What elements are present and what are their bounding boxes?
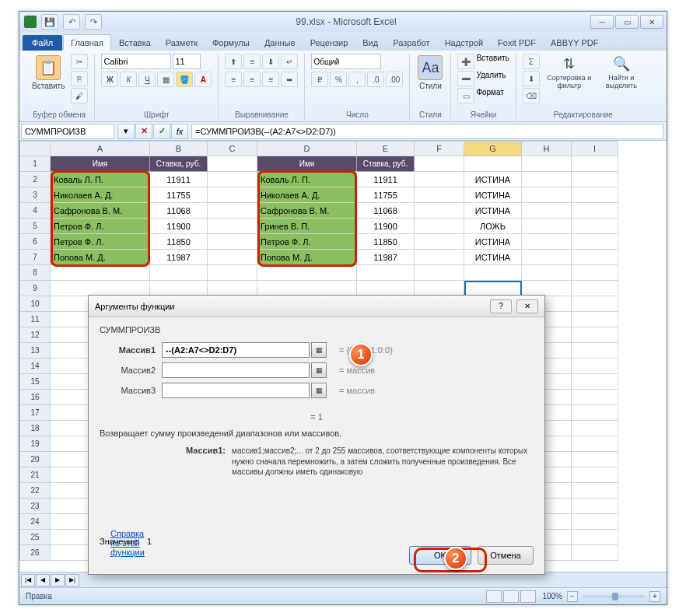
namebox-dropdown[interactable]: ▾	[117, 124, 135, 139]
formula-bar: ▾ ✕ ✓ fx	[19, 122, 667, 141]
dialog-cancel-button[interactable]: Отмена	[478, 546, 534, 565]
fontcolor-button[interactable]: A	[194, 72, 212, 87]
dialog-help-link[interactable]: Справка по этой функции	[110, 529, 145, 557]
dec-inc-button[interactable]: .0	[367, 72, 384, 87]
col-I[interactable]: I	[572, 141, 618, 156]
fill-button[interactable]: ⬇	[523, 71, 540, 86]
comma-button[interactable]: ,	[348, 72, 366, 87]
cut-button[interactable]: ✂	[71, 54, 88, 69]
col-A[interactable]: A	[51, 141, 150, 156]
dialog-argname: Массив1:	[100, 446, 232, 478]
dialog-titlebar[interactable]: Аргументы функции ? ✕	[89, 296, 544, 317]
fillcolor-button[interactable]: 🪣	[176, 72, 193, 87]
align-bot-button[interactable]: ⬇	[262, 54, 279, 69]
col-F[interactable]: F	[415, 141, 464, 156]
qat-save-button[interactable]: 💾	[41, 14, 58, 30]
arg3-range-button[interactable]: ▦	[311, 383, 327, 398]
zoom-slider[interactable]	[583, 595, 645, 598]
number-format-select[interactable]	[311, 54, 381, 69]
dialog-help-button[interactable]: ?	[490, 299, 512, 313]
clear-button[interactable]: ⌫	[523, 88, 540, 103]
col-C[interactable]: C	[208, 141, 257, 156]
percent-button[interactable]: %	[330, 72, 347, 87]
italic-button[interactable]: К	[120, 72, 137, 87]
col-B[interactable]: B	[150, 141, 208, 156]
find-label: Найти и выделить	[600, 74, 642, 89]
view-layout-button[interactable]	[503, 590, 519, 603]
fx-button[interactable]: fx	[171, 124, 188, 139]
tab-foxit[interactable]: Foxit PDF	[491, 35, 543, 51]
styles-button[interactable]: Aa Стили	[416, 54, 444, 92]
tab-data[interactable]: Данные	[257, 35, 303, 51]
arg1-range-button[interactable]: ▦	[311, 342, 327, 358]
select-all-corner[interactable]	[19, 141, 51, 156]
arg3-input[interactable]	[162, 383, 310, 398]
sheet-nav-next[interactable]: ▶	[51, 574, 65, 586]
tab-developer[interactable]: Разработ	[386, 35, 436, 51]
copy-button[interactable]: ⎘	[71, 71, 88, 86]
align-left-button[interactable]: ≡	[225, 72, 242, 87]
callout-2: 2	[444, 547, 467, 570]
close-button[interactable]: ✕	[640, 15, 663, 29]
name-box[interactable]	[21, 124, 114, 139]
zoom-in-button[interactable]: +	[649, 591, 660, 602]
font-select[interactable]	[101, 54, 171, 69]
align-mid-button[interactable]: ≡	[243, 54, 261, 69]
maximize-button[interactable]: ▭	[615, 15, 639, 29]
delete-cells-button[interactable]: ➖	[457, 71, 474, 86]
tab-addins[interactable]: Надстрой	[438, 35, 490, 51]
paste-button[interactable]: 📋 Вставить	[30, 54, 66, 92]
group-align: Выравнивание	[225, 110, 298, 121]
paste-label: Вставить	[32, 82, 65, 90]
tab-insert[interactable]: Вставка	[112, 35, 158, 51]
dec-dec-button[interactable]: .00	[386, 72, 403, 87]
minimize-button[interactable]: ─	[590, 15, 614, 29]
enter-formula-button[interactable]: ✓	[153, 124, 170, 139]
format-painter-button[interactable]: 🖌	[71, 88, 88, 103]
tab-abbyy[interactable]: ABBYY PDF	[544, 35, 606, 51]
merge-button[interactable]: ⬌	[281, 72, 298, 87]
col-D[interactable]: D	[257, 141, 357, 156]
arg2-range-button[interactable]: ▦	[311, 362, 327, 378]
tab-file[interactable]: Файл	[23, 35, 62, 51]
zoom-out-button[interactable]: −	[567, 591, 578, 602]
cancel-formula-button[interactable]: ✕	[135, 124, 152, 139]
group-cells: Ячейки	[457, 110, 509, 121]
col-E[interactable]: E	[357, 141, 415, 156]
underline-button[interactable]: Ч	[138, 72, 156, 87]
arg2-label: Массив2	[100, 366, 162, 375]
find-select-button[interactable]: 🔍 Найти и выделить	[599, 54, 644, 91]
col-H[interactable]: H	[522, 141, 572, 156]
align-center-button[interactable]: ≡	[243, 72, 261, 87]
arg1-input[interactable]	[162, 342, 310, 358]
arg2-input[interactable]	[162, 362, 310, 378]
dialog-close-button[interactable]: ✕	[516, 299, 538, 313]
tab-home[interactable]: Главная	[63, 34, 111, 51]
qat-undo-button[interactable]: ↶	[63, 14, 80, 30]
align-right-button[interactable]: ≡	[262, 72, 279, 87]
dialog-fn-name: СУММПРОИЗВ	[100, 325, 534, 334]
sheet-nav-first[interactable]: |◀	[21, 574, 35, 586]
tab-formulas[interactable]: Формулы	[205, 35, 257, 51]
sort-filter-button[interactable]: ⇅ Сортировка и фильтр	[544, 54, 594, 91]
qat-redo-button[interactable]: ↷	[85, 14, 102, 30]
view-normal-button[interactable]	[486, 590, 502, 603]
size-select[interactable]	[173, 54, 201, 69]
sheet-nav-last[interactable]: ▶|	[65, 574, 79, 586]
view-break-button[interactable]	[520, 590, 536, 603]
wrap-button[interactable]: ↵	[281, 54, 298, 69]
format-cells-button[interactable]: ▭	[457, 88, 474, 103]
autosum-button[interactable]: Σ	[523, 54, 540, 69]
tab-layout[interactable]: Разметк	[159, 35, 205, 51]
tab-view[interactable]: Вид	[355, 35, 385, 51]
bold-button[interactable]: Ж	[101, 72, 118, 87]
sheet-nav-prev[interactable]: ◀	[36, 574, 50, 586]
align-top-button[interactable]: ⬆	[225, 54, 242, 69]
insert-cells-button[interactable]: ➕	[457, 54, 474, 69]
sort-icon: ⇅	[563, 55, 575, 72]
tab-review[interactable]: Рецензир	[303, 35, 355, 51]
col-G[interactable]: G	[464, 141, 522, 156]
formula-input[interactable]	[191, 124, 663, 139]
border-button[interactable]: ▦	[157, 72, 174, 87]
currency-button[interactable]: ₽	[311, 72, 328, 87]
